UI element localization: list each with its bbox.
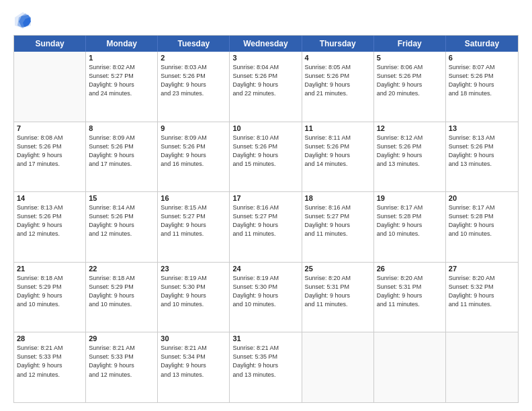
day-info: Sunrise: 8:08 AM Sunset: 5:26 PM Dayligh… xyxy=(17,134,83,169)
day-number: 22 xyxy=(89,265,154,273)
day-number: 27 xyxy=(449,265,515,273)
day-number: 2 xyxy=(161,54,226,62)
day-info: Sunrise: 8:12 AM Sunset: 5:26 PM Dayligh… xyxy=(377,134,443,169)
day-number: 15 xyxy=(89,194,154,202)
calendar-header-sunday: Sunday xyxy=(14,36,86,52)
calendar-cell-w2-d5: 11Sunrise: 8:11 AM Sunset: 5:26 PM Dayli… xyxy=(302,122,374,192)
day-number: 9 xyxy=(161,124,226,132)
day-info: Sunrise: 8:13 AM Sunset: 5:26 PM Dayligh… xyxy=(17,203,83,238)
calendar-cell-w5-d7 xyxy=(446,332,518,402)
calendar-cell-w4-d7: 27Sunrise: 8:20 AM Sunset: 5:32 PM Dayli… xyxy=(446,263,518,332)
calendar-cell-w3-d2: 15Sunrise: 8:14 AM Sunset: 5:26 PM Dayli… xyxy=(86,192,158,262)
day-info: Sunrise: 8:14 AM Sunset: 5:26 PM Dayligh… xyxy=(89,203,154,238)
calendar-cell-w5-d5 xyxy=(302,332,374,402)
calendar-cell-w3-d4: 17Sunrise: 8:16 AM Sunset: 5:27 PM Dayli… xyxy=(230,192,302,262)
day-info: Sunrise: 8:11 AM Sunset: 5:26 PM Dayligh… xyxy=(305,134,371,169)
calendar-week-3: 14Sunrise: 8:13 AM Sunset: 5:26 PM Dayli… xyxy=(14,192,518,263)
day-number: 11 xyxy=(305,124,371,132)
day-number: 8 xyxy=(89,124,154,132)
day-number: 14 xyxy=(17,194,83,202)
calendar-cell-w3-d3: 16Sunrise: 8:15 AM Sunset: 5:27 PM Dayli… xyxy=(158,192,230,262)
calendar-cell-w1-d5: 4Sunrise: 8:05 AM Sunset: 5:26 PM Daylig… xyxy=(302,52,374,122)
calendar-cell-w4-d6: 26Sunrise: 8:20 AM Sunset: 5:31 PM Dayli… xyxy=(374,263,446,332)
calendar-header-tuesday: Tuesday xyxy=(158,36,230,52)
calendar: SundayMondayTuesdayWednesdayThursdayFrid… xyxy=(13,35,519,403)
calendar-cell-w1-d6: 5Sunrise: 8:06 AM Sunset: 5:26 PM Daylig… xyxy=(374,52,446,122)
day-number: 12 xyxy=(377,124,443,132)
calendar-header-thursday: Thursday xyxy=(302,36,374,52)
calendar-header-row: SundayMondayTuesdayWednesdayThursdayFrid… xyxy=(14,36,518,52)
calendar-cell-w2-d6: 12Sunrise: 8:12 AM Sunset: 5:26 PM Dayli… xyxy=(374,122,446,192)
calendar-cell-w1-d1 xyxy=(14,52,86,122)
day-number: 26 xyxy=(377,265,443,273)
calendar-cell-w5-d3: 30Sunrise: 8:21 AM Sunset: 5:34 PM Dayli… xyxy=(158,332,230,402)
day-info: Sunrise: 8:07 AM Sunset: 5:26 PM Dayligh… xyxy=(449,63,515,98)
calendar-header-wednesday: Wednesday xyxy=(230,36,302,52)
calendar-header-friday: Friday xyxy=(374,36,446,52)
day-number: 18 xyxy=(305,194,371,202)
day-info: Sunrise: 8:21 AM Sunset: 5:34 PM Dayligh… xyxy=(161,344,226,379)
calendar-cell-w4-d4: 24Sunrise: 8:19 AM Sunset: 5:30 PM Dayli… xyxy=(230,263,302,332)
day-info: Sunrise: 8:06 AM Sunset: 5:26 PM Dayligh… xyxy=(377,63,443,98)
day-number: 16 xyxy=(161,194,226,202)
calendar-week-1: 1Sunrise: 8:02 AM Sunset: 5:27 PM Daylig… xyxy=(14,52,518,122)
calendar-cell-w1-d7: 6Sunrise: 8:07 AM Sunset: 5:26 PM Daylig… xyxy=(446,52,518,122)
day-info: Sunrise: 8:04 AM Sunset: 5:26 PM Dayligh… xyxy=(232,63,298,98)
calendar-cell-w4-d5: 25Sunrise: 8:20 AM Sunset: 5:31 PM Dayli… xyxy=(302,263,374,332)
calendar-cell-w3-d6: 19Sunrise: 8:17 AM Sunset: 5:28 PM Dayli… xyxy=(374,192,446,262)
calendar-cell-w5-d1: 28Sunrise: 8:21 AM Sunset: 5:33 PM Dayli… xyxy=(14,332,86,402)
calendar-cell-w3-d7: 20Sunrise: 8:17 AM Sunset: 5:28 PM Dayli… xyxy=(446,192,518,262)
day-info: Sunrise: 8:17 AM Sunset: 5:28 PM Dayligh… xyxy=(377,203,443,238)
calendar-cell-w2-d2: 8Sunrise: 8:09 AM Sunset: 5:26 PM Daylig… xyxy=(86,122,158,192)
calendar-cell-w2-d4: 10Sunrise: 8:10 AM Sunset: 5:26 PM Dayli… xyxy=(230,122,302,192)
day-number: 1 xyxy=(89,54,154,62)
day-info: Sunrise: 8:20 AM Sunset: 5:32 PM Dayligh… xyxy=(449,274,515,309)
calendar-week-2: 7Sunrise: 8:08 AM Sunset: 5:26 PM Daylig… xyxy=(14,122,518,193)
day-info: Sunrise: 8:19 AM Sunset: 5:30 PM Dayligh… xyxy=(232,274,298,309)
day-number: 4 xyxy=(305,54,371,62)
day-number: 3 xyxy=(232,54,298,62)
day-info: Sunrise: 8:20 AM Sunset: 5:31 PM Dayligh… xyxy=(305,274,371,309)
day-info: Sunrise: 8:10 AM Sunset: 5:26 PM Dayligh… xyxy=(232,134,298,169)
day-info: Sunrise: 8:05 AM Sunset: 5:26 PM Dayligh… xyxy=(305,63,371,98)
day-number: 7 xyxy=(17,124,83,132)
calendar-body: 1Sunrise: 8:02 AM Sunset: 5:27 PM Daylig… xyxy=(14,52,518,402)
calendar-cell-w1-d3: 2Sunrise: 8:03 AM Sunset: 5:26 PM Daylig… xyxy=(158,52,230,122)
calendar-header-saturday: Saturday xyxy=(446,36,518,52)
day-number: 24 xyxy=(232,265,298,273)
day-number: 23 xyxy=(161,265,226,273)
day-info: Sunrise: 8:09 AM Sunset: 5:26 PM Dayligh… xyxy=(161,134,226,169)
day-number: 6 xyxy=(449,54,515,62)
day-number: 10 xyxy=(232,124,298,132)
day-number: 28 xyxy=(17,334,83,342)
day-info: Sunrise: 8:09 AM Sunset: 5:26 PM Dayligh… xyxy=(89,134,154,169)
day-info: Sunrise: 8:02 AM Sunset: 5:27 PM Dayligh… xyxy=(89,63,154,98)
day-number: 17 xyxy=(232,194,298,202)
day-info: Sunrise: 8:16 AM Sunset: 5:27 PM Dayligh… xyxy=(305,203,371,238)
day-info: Sunrise: 8:20 AM Sunset: 5:31 PM Dayligh… xyxy=(377,274,443,309)
day-number: 30 xyxy=(161,334,226,342)
day-info: Sunrise: 8:15 AM Sunset: 5:27 PM Dayligh… xyxy=(161,203,226,238)
calendar-cell-w5-d6 xyxy=(374,332,446,402)
calendar-week-5: 28Sunrise: 8:21 AM Sunset: 5:33 PM Dayli… xyxy=(14,332,518,402)
day-info: Sunrise: 8:17 AM Sunset: 5:28 PM Dayligh… xyxy=(449,203,515,238)
day-info: Sunrise: 8:03 AM Sunset: 5:26 PM Dayligh… xyxy=(161,63,226,98)
calendar-cell-w2-d1: 7Sunrise: 8:08 AM Sunset: 5:26 PM Daylig… xyxy=(14,122,86,192)
calendar-cell-w1-d2: 1Sunrise: 8:02 AM Sunset: 5:27 PM Daylig… xyxy=(86,52,158,122)
logo xyxy=(13,11,35,30)
calendar-header-monday: Monday xyxy=(86,36,158,52)
day-number: 31 xyxy=(232,334,298,342)
day-info: Sunrise: 8:16 AM Sunset: 5:27 PM Dayligh… xyxy=(232,203,298,238)
calendar-cell-w5-d4: 31Sunrise: 8:21 AM Sunset: 5:35 PM Dayli… xyxy=(230,332,302,402)
day-number: 25 xyxy=(305,265,371,273)
calendar-cell-w5-d2: 29Sunrise: 8:21 AM Sunset: 5:33 PM Dayli… xyxy=(86,332,158,402)
day-info: Sunrise: 8:21 AM Sunset: 5:33 PM Dayligh… xyxy=(89,344,154,379)
calendar-cell-w4-d2: 22Sunrise: 8:18 AM Sunset: 5:29 PM Dayli… xyxy=(86,263,158,332)
day-number: 20 xyxy=(449,194,515,202)
calendar-week-4: 21Sunrise: 8:18 AM Sunset: 5:29 PM Dayli… xyxy=(14,263,518,333)
day-info: Sunrise: 8:21 AM Sunset: 5:35 PM Dayligh… xyxy=(232,344,298,379)
day-info: Sunrise: 8:18 AM Sunset: 5:29 PM Dayligh… xyxy=(17,274,83,309)
calendar-cell-w2-d3: 9Sunrise: 8:09 AM Sunset: 5:26 PM Daylig… xyxy=(158,122,230,192)
day-info: Sunrise: 8:21 AM Sunset: 5:33 PM Dayligh… xyxy=(17,344,83,379)
day-number: 5 xyxy=(377,54,443,62)
